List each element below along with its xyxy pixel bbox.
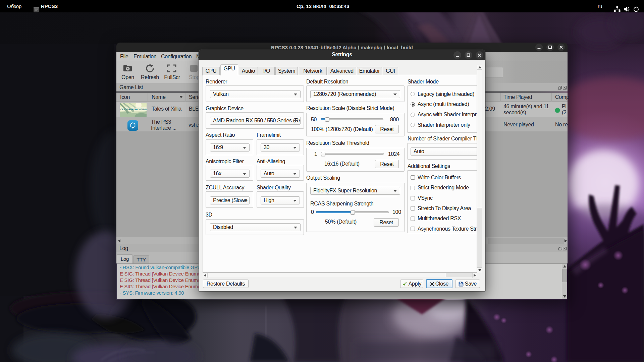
svg-text:СКАЗАНИЯ ЭКСИЛЛИИ: СКАЗАНИЯ ЭКСИЛЛИИ [120, 108, 147, 111]
